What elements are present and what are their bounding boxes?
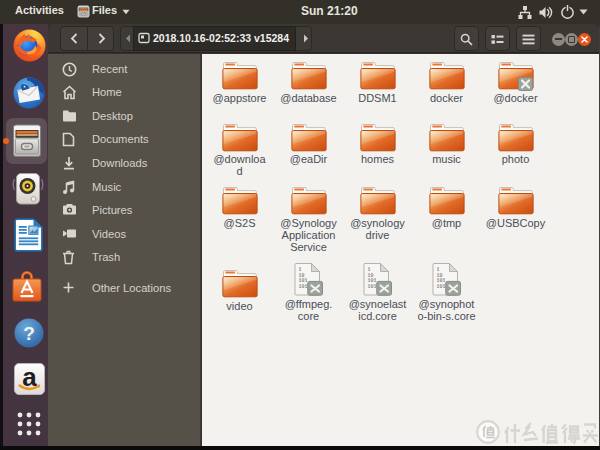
- svg-text:?: ?: [23, 323, 35, 344]
